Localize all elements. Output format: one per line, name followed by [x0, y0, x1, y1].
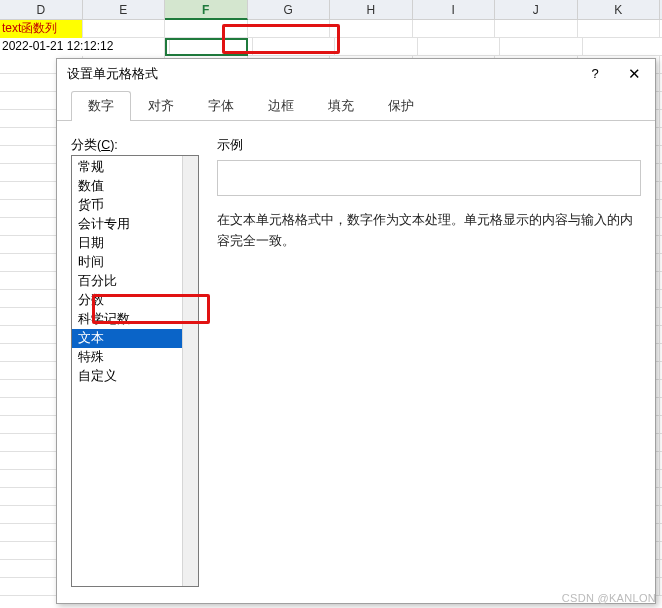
category-item-custom[interactable]: 自定义 — [72, 367, 198, 386]
col-header-K[interactable]: K — [578, 0, 661, 20]
cell-I1[interactable] — [413, 20, 496, 38]
watermark-text: CSDN @KANLON — [562, 592, 656, 604]
category-item-date[interactable]: 日期 — [72, 234, 198, 253]
cell-D2[interactable]: 2022-01-21 12:12:12 — [0, 38, 165, 56]
col-header-F[interactable]: F — [165, 0, 248, 20]
col-header-I[interactable]: I — [413, 0, 496, 20]
category-list-scrollbar[interactable] — [182, 156, 198, 586]
category-detail-pane: 示例 在文本单元格格式中，数字作为文本处理。单元格显示的内容与输入的内容完全一致… — [217, 137, 641, 587]
tab-protect[interactable]: 保护 — [371, 91, 431, 121]
cell-I2[interactable] — [418, 38, 501, 56]
cell-H1[interactable] — [330, 20, 413, 38]
category-item-currency[interactable]: 货币 — [72, 196, 198, 215]
row-1: text函数列 — [0, 20, 662, 38]
tab-fill[interactable]: 填充 — [311, 91, 371, 121]
category-item-accounting[interactable]: 会计专用 — [72, 215, 198, 234]
category-item-fraction[interactable]: 分数 — [72, 291, 198, 310]
col-header-J[interactable]: J — [495, 0, 578, 20]
cell-J1[interactable] — [495, 20, 578, 38]
category-item-number[interactable]: 数值 — [72, 177, 198, 196]
col-header-G[interactable]: G — [248, 0, 331, 20]
category-label-prefix: 分类( — [71, 138, 101, 152]
cell-J2[interactable] — [500, 38, 583, 56]
dialog-help-button[interactable]: ? — [581, 59, 609, 89]
category-label-hotkey: C — [101, 138, 110, 152]
dialog-close-button[interactable]: ✕ — [619, 59, 649, 89]
cell-K1[interactable] — [578, 20, 661, 38]
col-header-E[interactable]: E — [83, 0, 166, 20]
dialog-titlebar[interactable]: 设置单元格格式 ? ✕ — [57, 59, 655, 89]
cell-D1[interactable]: text函数列 — [0, 20, 83, 38]
cell-F1[interactable] — [165, 20, 248, 38]
tab-border[interactable]: 边框 — [251, 91, 311, 121]
row-2: 2022-01-21 12:12:12 — [0, 38, 662, 56]
category-label-suffix: ): — [110, 138, 118, 152]
format-cells-dialog: 设置单元格格式 ? ✕ 数字 对齐 字体 边框 填充 保护 分类(C): 常规 … — [56, 58, 656, 604]
column-headers-row: D E F G H I J K — [0, 0, 662, 20]
col-header-H[interactable]: H — [330, 0, 413, 20]
sample-preview-box — [217, 160, 641, 196]
category-item-special[interactable]: 特殊 — [72, 348, 198, 367]
cell-G2[interactable] — [253, 38, 336, 56]
dialog-tabs: 数字 对齐 字体 边框 填充 保护 — [57, 89, 655, 121]
tab-font[interactable]: 字体 — [191, 91, 251, 121]
tab-alignment[interactable]: 对齐 — [131, 91, 191, 121]
cell-G1[interactable] — [248, 20, 331, 38]
cell-K2[interactable] — [583, 38, 663, 56]
cell-F2[interactable] — [170, 38, 253, 56]
category-item-scientific[interactable]: 科学记数 — [72, 310, 198, 329]
category-item-time[interactable]: 时间 — [72, 253, 198, 272]
category-item-text[interactable]: 文本 — [72, 329, 198, 348]
sample-label: 示例 — [217, 137, 641, 154]
category-description: 在文本单元格格式中，数字作为文本处理。单元格显示的内容与输入的内容完全一致。 — [217, 210, 641, 253]
dialog-title-text: 设置单元格格式 — [67, 67, 158, 81]
dialog-body: 分类(C): 常规 数值 货币 会计专用 日期 时间 百分比 分数 科学记数 文… — [71, 137, 641, 593]
category-item-general[interactable]: 常规 — [72, 158, 198, 177]
cell-E1[interactable] — [83, 20, 166, 38]
tab-number[interactable]: 数字 — [71, 91, 131, 121]
category-listbox[interactable]: 常规 数值 货币 会计专用 日期 时间 百分比 分数 科学记数 文本 特殊 自定… — [71, 155, 199, 587]
cell-H2[interactable] — [335, 38, 418, 56]
category-item-percentage[interactable]: 百分比 — [72, 272, 198, 291]
col-header-D[interactable]: D — [0, 0, 83, 20]
